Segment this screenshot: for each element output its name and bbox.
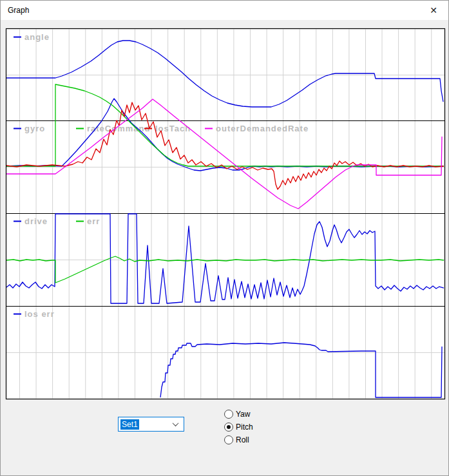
radio-circle-icon — [224, 423, 233, 432]
radio-label: Yaw — [236, 410, 250, 419]
window-title: Graph — [8, 6, 29, 15]
radio-label: Roll — [236, 435, 249, 444]
title-bar: Graph ✕ — [1, 1, 448, 20]
radio-label: Pitch — [236, 423, 253, 432]
radio-option-yaw[interactable]: Yaw — [224, 408, 253, 421]
dataset-combobox[interactable]: Set1 — [118, 417, 184, 432]
axis-radio-group: YawPitchRoll — [224, 408, 253, 446]
radio-circle-icon — [224, 435, 233, 444]
combobox-selected-value: Set1 — [120, 419, 139, 430]
close-button[interactable]: ✕ — [419, 1, 448, 20]
radio-circle-icon — [224, 410, 233, 419]
chevron-down-icon — [173, 420, 179, 426]
close-icon: ✕ — [430, 5, 437, 15]
radio-option-pitch[interactable]: Pitch — [224, 421, 253, 433]
graph-dialog-window: Graph ✕ anglegyrorateCommandlosTachouter… — [0, 0, 449, 476]
radio-option-roll[interactable]: Roll — [224, 433, 253, 446]
radio-selected-dot — [227, 425, 231, 429]
plot-background — [6, 28, 444, 399]
